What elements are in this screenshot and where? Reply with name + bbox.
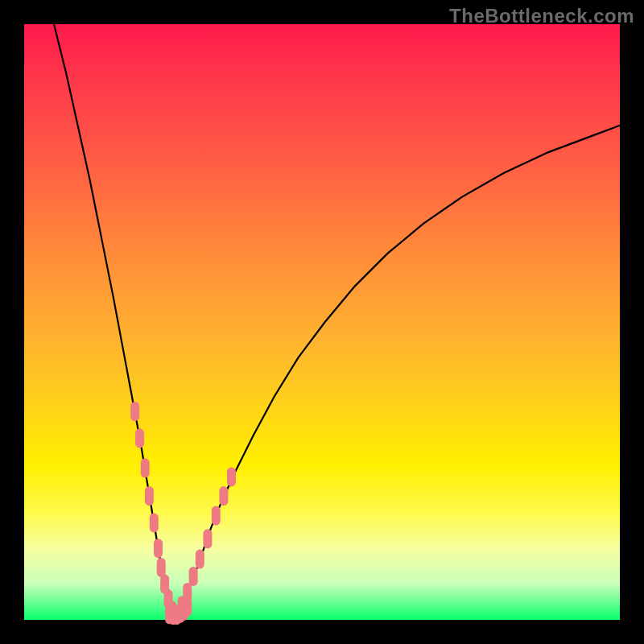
curve-marker [219, 486, 228, 506]
curve-layer [24, 24, 620, 620]
curve-marker [212, 506, 221, 526]
marker-group [130, 402, 236, 625]
curve-marker [203, 529, 212, 548]
chart-frame: TheBottleneck.com [0, 0, 644, 644]
curve-marker [183, 597, 192, 617]
curve-marker [189, 567, 198, 586]
curve-marker [141, 458, 150, 477]
curve-marker [130, 402, 139, 421]
curve-marker [196, 550, 204, 569]
curve-marker [157, 558, 166, 577]
curve-marker [154, 539, 163, 558]
curve-marker [227, 467, 236, 486]
right-arm-curve [174, 126, 620, 615]
curve-marker [145, 486, 154, 506]
curve-marker [150, 513, 159, 532]
curve-marker [135, 428, 144, 448]
